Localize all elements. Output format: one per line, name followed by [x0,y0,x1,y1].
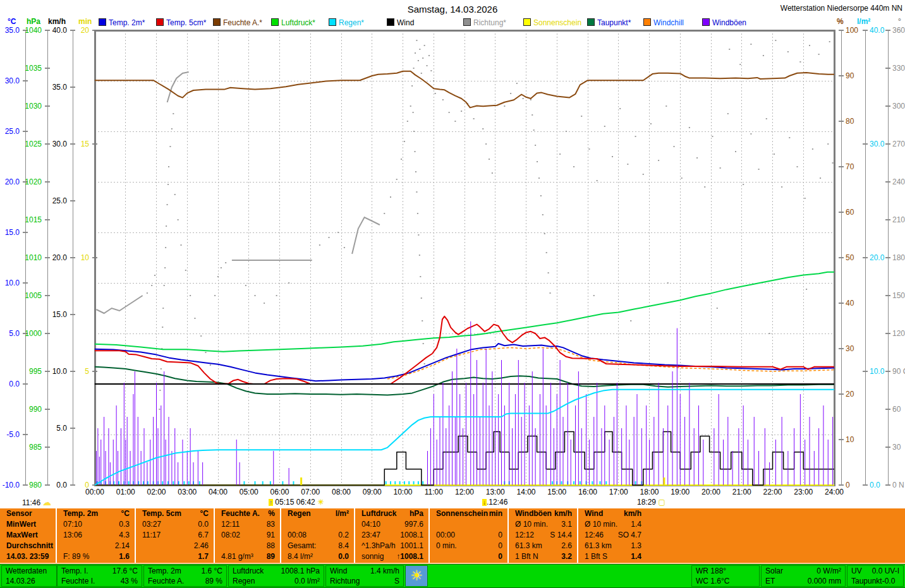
richtung-dot [805,198,806,199]
stats-cell: 88 [215,541,280,551]
tick-label: 40.0 [870,27,884,33]
richtung-dot [750,133,751,135]
richtung-dot [449,112,450,113]
richtung-dot [544,233,545,234]
richtung-dot [540,195,542,196]
hour-label-12: 12:00 [455,488,474,496]
tick-label: 40 [846,300,854,306]
richtung-dot [417,213,418,214]
richtung-dot [489,159,490,160]
legend-swatch-icon [523,18,531,26]
sunrise-sun-icon: ☀ [317,498,324,507]
liters-unit-label: l/m² [857,17,870,26]
hour-label-5: 05:00 [240,488,258,496]
status-field: UV0.0 UV-I [847,566,903,576]
stats-cell: 04:10997.6 [355,519,428,530]
richtung-dot [164,285,165,286]
stats-cell [281,519,354,530]
stats-cell: ^1.3hPa/h1001.1 [355,541,428,551]
richtung-dot [630,320,631,321]
richtung-dot [147,292,148,294]
stats-header: Windböenkm/h [509,508,577,519]
tick-label: 20 [846,391,854,397]
richtung-dot [413,68,415,69]
richtung-dot [750,44,751,45]
richtung-dot [548,272,549,273]
richtung-dot [418,234,419,236]
stats-cell: 23:471008.1 [355,530,428,541]
tick-label: 20.0 [870,255,884,261]
richtung-dot [492,172,493,174]
status-field: Feuchte I.43 % [58,576,142,586]
richtung-dot [390,196,391,198]
hour-label-10: 10:00 [393,488,412,496]
richtung-dot [743,184,744,185]
tick-label: 60 [846,209,854,215]
tick-label: 300 [892,103,905,109]
stats-cell: 0 min.0 [430,541,507,551]
tick-label: 10.0 [870,368,884,375]
richtung-dot [418,60,419,61]
tick-label: 30.0 [870,141,884,147]
stats-header: Temp. 2m°C [57,508,135,519]
richtung-dot [421,73,422,74]
stats-cell: 2.14 [57,541,135,551]
tick-label: 90 O [892,368,905,375]
richtung-dot [214,295,216,296]
richtung-dot [739,64,741,65]
stats-cell: 13:064.3 [57,530,135,541]
hour-label-2: 02:00 [147,488,166,496]
tick-label: 1010 [15,255,42,261]
stats-cell: 00:080.2 [281,530,354,541]
kmh-unit-label: km/h [48,17,66,26]
legend-item-temp-2m-: Temp. 2m* [99,18,145,26]
degrees-unit-label: ° [898,17,901,26]
sunset-square-icon: ▢ [658,498,665,507]
status-field: Taupunkt-0.0 °C [847,576,903,586]
richtung-dot [407,121,408,122]
stats-cell: MinWert [0,519,54,530]
legend-item-windb-en: Windböen [702,18,746,26]
stats-cell: 2.46 [136,541,214,551]
richtung-dot [763,55,764,56]
stats-cell: 0 [430,551,507,562]
tick-label: 980 [15,482,42,488]
richtung-dot [200,335,202,337]
richtung-dot [428,55,430,56]
richtung-dot [217,276,219,277]
richtung-dot [720,167,721,169]
tick-label: 1025 [15,141,42,147]
hour-label-14: 14:00 [516,488,535,496]
tick-label: 30 [892,444,901,450]
richtung-dot [433,80,434,81]
moonrise-arrow-icon: ↑ [269,499,273,506]
tick-label: 25.0 [40,198,67,204]
tick-label: 90 [846,73,854,79]
tick-label: 15.0 [40,311,67,318]
richtung-dot [329,237,330,238]
hour-label-17: 17:00 [609,488,628,496]
legend-item-luftdruck-: Luftdruck* [271,18,315,26]
minutes-unit-label: min [78,17,92,26]
tick-label: 15 [63,141,89,147]
richtung-dot [167,204,168,205]
richtung-dot [422,320,423,321]
richtung-dot [619,108,621,109]
stats-column-sensor: SensorMinWertMaxWertDurchschnitt14.03. 2… [0,508,54,563]
richtung-dot [806,289,807,290]
tick-label: 10.0 [0,280,20,286]
richtung-dot [419,49,420,50]
richtung-dot [696,157,698,159]
legend-swatch-icon [329,18,336,26]
status-field: 14.03.26 23:59 [2,576,56,586]
stats-column-regen: Regenl/m²00:080.2Gesamt:8.48.4 l/m²0.0 [280,508,354,563]
richtung-dot [424,363,425,364]
richtung-dot [689,127,690,128]
richtung-dot [658,160,659,161]
hour-label-19: 19:00 [671,488,689,496]
stats-cell: 11:176.7 [136,530,214,541]
stats-cell: 8.4 l/m²0.0 [281,551,354,562]
stats-column-temp-5cm: Temp. 5cm°C03:270.011:176.72.461.7 [135,508,214,563]
richtung-dot [162,327,163,328]
richtung-dot [424,45,425,46]
